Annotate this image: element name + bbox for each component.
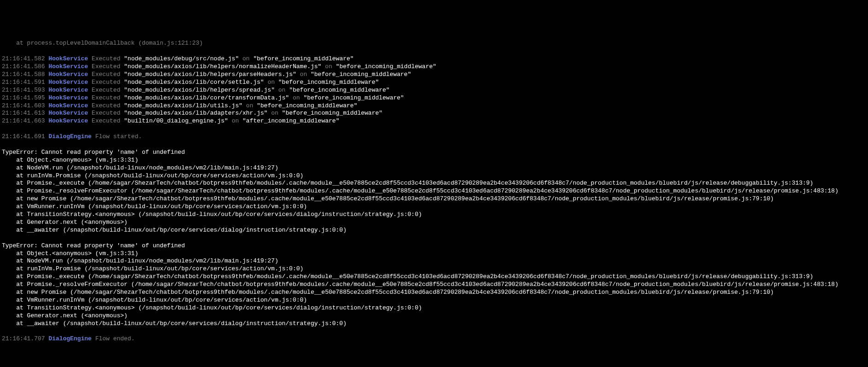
timestamp: 21:16:41.582 [2,55,45,62]
hook-log-line: 21:16:41.603 HookService Executed "node_… [2,102,866,110]
timestamp: 21:16:41.593 [2,87,45,93]
on-label: on [278,87,286,93]
stack-trace-line: at __awaiter (/snapshot/build-linux/out/… [2,227,866,234]
stack-fragment: at process.topLevelDomainCallback (domai… [2,40,866,47]
stack-trace-line: at Promise._execute (/home/sagar/ShezarT… [2,180,866,187]
stack-trace-line: at NodeVM.run (/snapshot/build-linux/nod… [2,257,866,265]
timestamp: 21:16:41.591 [2,79,45,86]
executed-label: Executed [92,63,120,70]
hook-log-line: 21:16:41.591 HookService Executed "node_… [2,79,866,87]
module-path: "node_modules/axios/lib/adapters/xhr.js" [124,110,267,117]
hook-log-line: 21:16:41.663 HookService Executed "built… [2,117,866,125]
module-path: "node_modules/axios/lib/helpers/spread.j… [124,87,275,93]
hook-name: "before_incoming_middleware" [278,79,379,86]
stack-trace-line: at new Promise (/home/sagar/ShezarTech/c… [2,289,866,297]
executed-label: Executed [92,94,120,101]
timestamp: 21:16:41.595 [2,94,45,101]
service-name: DialogEngine [48,133,92,140]
timestamp: 21:16:41.691 [2,133,45,140]
stack-trace-line: at VmRunner.runInVm (/snapshot/build-lin… [2,203,866,211]
executed-label: Executed [92,71,120,78]
module-path: "node_modules/debug/src/node.js" [124,55,239,62]
module-path: "builtin/00_dialog_engine.js" [124,117,228,124]
timestamp: 21:16:41.613 [2,110,45,117]
on-label: on [271,110,278,117]
hook-log-line: 21:16:41.586 HookService Executed "node_… [2,63,866,71]
stack-trace-line: at runInVm.Promise (/snapshot/build-linu… [2,172,866,180]
timestamp: 21:16:41.588 [2,71,45,78]
timestamp: 21:16:41.586 [2,63,45,70]
hook-name: "before_incoming_middleware" [282,110,382,117]
hook-name: "before_incoming_middleware" [253,55,353,62]
service-name: DialogEngine [48,335,92,342]
hook-log-line: 21:16:41.613 HookService Executed "node_… [2,110,866,117]
stack-trace-line: at __awaiter (/snapshot/build-linux/out/… [2,320,866,328]
stack-trace-line: at VmRunner.runInVm (/snapshot/build-lin… [2,297,866,304]
on-label: on [246,102,254,109]
hook-log-line: 21:16:41.593 HookService Executed "node_… [2,87,866,94]
service-name: HookService [48,87,88,93]
flow-start-line: 21:16:41.691 DialogEngine Flow started. [2,133,866,141]
service-name: HookService [48,117,88,124]
stack-trace-line: at Generator.next (<anonymous>) [2,219,866,227]
executed-label: Executed [92,110,120,117]
on-label: on [325,63,332,70]
service-name: HookService [48,102,88,109]
executed-label: Executed [92,87,120,93]
flow-text: Flow ended. [95,335,135,342]
service-name: HookService [48,63,88,70]
on-label: on [293,94,300,101]
flow-end-line: 21:16:41.707 DialogEngine Flow ended. [2,335,866,343]
stack-trace-line: at NodeVM.run (/snapshot/build-linux/nod… [2,164,866,172]
module-path: "node_modules/axios/lib/utils.js" [124,102,242,109]
stack-trace-line: at runInVm.Promise (/snapshot/build-linu… [2,265,866,273]
stack-trace-line: TypeError: Cannot read property 'name' o… [2,149,866,157]
service-name: HookService [48,94,88,101]
executed-label: Executed [92,117,120,124]
stack-trace-line: at TransitionStrategy.<anonymous> (/snap… [2,211,866,219]
module-path: "node_modules/axios/lib/helpers/parseHea… [124,71,296,78]
stack-trace-line: at Promise._execute (/home/sagar/ShezarT… [2,273,866,281]
on-label: on [231,117,239,124]
terminal-output[interactable]: at process.topLevelDomainCallback (domai… [2,32,866,351]
stack-trace-line: at Object.<anonymous> (vm.js:3:31) [2,250,866,258]
hook-name: "before_incoming_middleware" [336,63,436,70]
service-name: HookService [48,110,88,117]
service-name: HookService [48,71,88,78]
module-path: "node_modules/axios/lib/core/transformDa… [124,94,289,101]
stack-trace-line: at Promise._resolveFromExecutor (/home/s… [2,187,866,195]
flow-text: Flow started. [95,133,142,140]
hook-log-line: 21:16:41.595 HookService Executed "node_… [2,94,866,102]
on-label: on [243,55,250,62]
timestamp: 21:16:41.603 [2,102,45,109]
executed-label: Executed [92,102,120,109]
hook-name: "before_incoming_middleware" [289,87,389,93]
stack-trace-line: at Object.<anonymous> (vm.js:3:31) [2,157,866,164]
stack-trace-line: at Generator.next (<anonymous>) [2,312,866,320]
executed-label: Executed [92,55,120,62]
on-label: on [267,79,275,86]
module-path: "node_modules/axios/lib/core/settle.js" [124,79,264,86]
stack-trace-line: at new Promise (/home/sagar/ShezarTech/c… [2,195,866,203]
module-path: "node_modules/axios/lib/helpers/normaliz… [124,63,321,70]
hook-log-line: 21:16:41.582 HookService Executed "node_… [2,55,866,63]
hook-log-line: 21:16:41.588 HookService Executed "node_… [2,71,866,79]
timestamp: 21:16:41.663 [2,117,45,124]
service-name: HookService [48,55,88,62]
hook-name: "before_incoming_middleware" [257,102,357,109]
hook-name: "after_incoming_middleware" [243,117,340,124]
stack-trace-line: at Promise._resolveFromExecutor (/home/s… [2,281,866,289]
service-name: HookService [48,79,88,86]
executed-label: Executed [92,79,120,86]
hook-name: "before_incoming_middleware" [303,94,404,101]
hook-name: "before_incoming_middleware" [311,71,411,78]
timestamp: 21:16:41.707 [2,335,45,342]
on-label: on [300,71,307,78]
stack-trace-line: at TransitionStrategy.<anonymous> (/snap… [2,304,866,312]
stack-trace-line: TypeError: Cannot read property 'name' o… [2,242,866,250]
